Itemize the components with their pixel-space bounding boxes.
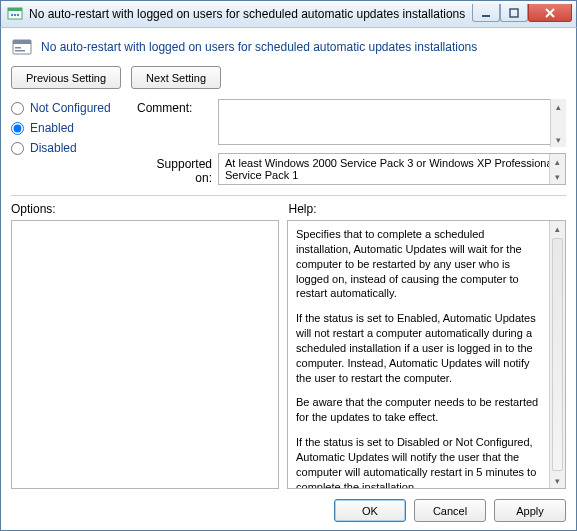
options-pane: [11, 220, 279, 489]
svg-rect-9: [15, 47, 21, 49]
dialog-buttons: OK Cancel Apply: [11, 489, 566, 522]
radio-enabled-label: Enabled: [30, 121, 74, 135]
policy-icon: [11, 36, 33, 58]
help-para: Be aware that the computer needs to be r…: [296, 395, 541, 425]
comment-textarea[interactable]: [218, 99, 566, 145]
separator: [11, 195, 566, 196]
comment-label: Comment:: [137, 99, 212, 115]
policy-header: No auto-restart with logged on users for…: [11, 36, 566, 58]
help-para: Specifies that to complete a scheduled i…: [296, 227, 541, 301]
state-radio-group: Not Configured Enabled Disabled: [11, 99, 131, 155]
pane-labels: Options: Help:: [11, 202, 566, 216]
apply-button[interactable]: Apply: [494, 499, 566, 522]
radio-enabled-input[interactable]: [11, 122, 24, 135]
svg-rect-8: [13, 40, 31, 44]
svg-rect-10: [15, 50, 25, 52]
config-grid: Not Configured Enabled Disabled Comment:…: [11, 99, 566, 185]
help-para: If the status is set to Disabled or Not …: [296, 435, 541, 488]
panes: Specifies that to complete a scheduled i…: [11, 220, 566, 489]
window-title: No auto-restart with logged on users for…: [29, 7, 472, 21]
help-text: Specifies that to complete a scheduled i…: [288, 221, 549, 488]
scroll-up-icon[interactable]: ▴: [550, 221, 565, 236]
supported-scrollbar[interactable]: ▴ ▾: [549, 154, 565, 184]
help-para: If the status is set to Enabled, Automat…: [296, 311, 541, 385]
cancel-button[interactable]: Cancel: [414, 499, 486, 522]
scroll-up-icon[interactable]: ▴: [550, 154, 565, 169]
client-area: No auto-restart with logged on users for…: [0, 28, 577, 531]
scroll-thumb[interactable]: [552, 238, 563, 471]
window-icon: [7, 6, 23, 22]
help-pane: Specifies that to complete a scheduled i…: [287, 220, 566, 489]
supported-on-label: Supported on:: [137, 153, 212, 185]
scroll-down-icon[interactable]: ▾: [550, 473, 565, 488]
comment-scrollbar[interactable]: ▴ ▾: [550, 99, 566, 147]
scroll-down-icon[interactable]: ▾: [551, 132, 566, 147]
title-bar: No auto-restart with logged on users for…: [0, 0, 577, 28]
previous-setting-button[interactable]: Previous Setting: [11, 66, 121, 89]
svg-rect-5: [482, 15, 490, 17]
window-controls: [472, 4, 572, 24]
scroll-up-icon[interactable]: ▴: [551, 99, 566, 114]
svg-point-3: [14, 14, 16, 16]
radio-enabled[interactable]: Enabled: [11, 121, 131, 135]
radio-not-configured-label: Not Configured: [30, 101, 111, 115]
radio-disabled[interactable]: Disabled: [11, 141, 131, 155]
svg-point-4: [17, 14, 19, 16]
radio-not-configured[interactable]: Not Configured: [11, 101, 131, 115]
close-button[interactable]: [528, 4, 572, 22]
options-label: Options:: [11, 202, 289, 216]
policy-title: No auto-restart with logged on users for…: [41, 40, 477, 54]
radio-disabled-input[interactable]: [11, 142, 24, 155]
help-label: Help:: [289, 202, 567, 216]
help-scrollbar[interactable]: ▴ ▾: [549, 221, 565, 488]
nav-row: Previous Setting Next Setting: [11, 66, 566, 89]
radio-not-configured-input[interactable]: [11, 102, 24, 115]
radio-disabled-label: Disabled: [30, 141, 77, 155]
supported-on-text: At least Windows 2000 Service Pack 3 or …: [225, 157, 555, 181]
svg-rect-6: [510, 9, 518, 17]
supported-on-box: At least Windows 2000 Service Pack 3 or …: [218, 153, 566, 185]
maximize-button[interactable]: [500, 4, 528, 22]
next-setting-button[interactable]: Next Setting: [131, 66, 221, 89]
svg-point-2: [11, 14, 13, 16]
minimize-button[interactable]: [472, 4, 500, 22]
svg-rect-1: [8, 8, 22, 11]
ok-button[interactable]: OK: [334, 499, 406, 522]
scroll-down-icon[interactable]: ▾: [550, 169, 565, 184]
